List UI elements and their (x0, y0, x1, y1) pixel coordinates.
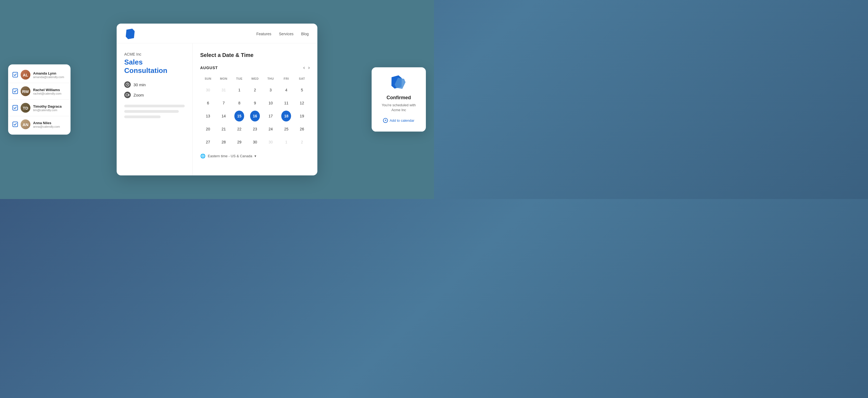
cal-day[interactable]: 30 (250, 137, 260, 147)
cal-day[interactable]: 9 (250, 98, 260, 108)
avatar-face-amanda: AL (21, 70, 30, 80)
cal-day[interactable]: 6 (203, 98, 213, 108)
avatar-amanda: AL (21, 70, 30, 80)
zoom-svg (126, 93, 129, 97)
event-duration-row: 30 min (124, 81, 185, 88)
cal-day[interactable]: 1 (235, 85, 244, 95)
cal-day[interactable]: 21 (219, 124, 229, 134)
booking-right: Select a Date & Time AUGUST ‹ › SUN MON … (193, 43, 317, 175)
cal-day[interactable]: 20 (203, 124, 213, 134)
cal-day[interactable]: 19 (297, 111, 307, 122)
skeleton-line-1 (124, 105, 185, 107)
month-name: AUGUST (200, 66, 218, 70)
cal-day[interactable]: 28 (219, 137, 229, 147)
cal-day[interactable]: 12 (297, 98, 307, 108)
user-email-timothy: tim@calendly.com (33, 108, 62, 111)
user-item-rachel[interactable]: RW Rachel Williams rachel@calendly.com (8, 83, 70, 100)
calendly-logo-icon (124, 28, 136, 40)
cal-day[interactable]: 8 (235, 98, 244, 108)
clock-icon (124, 81, 131, 88)
user-info-timothy: Timothy Dagraca tim@calendly.com (33, 104, 62, 111)
confirm-logo (391, 76, 407, 90)
weekday-tue: TUE (231, 76, 247, 81)
user-name-rachel: Rachel Williams (33, 88, 62, 92)
nav-blog[interactable]: Blog (301, 32, 309, 36)
cal-day[interactable]: 24 (266, 124, 276, 134)
next-month-button[interactable]: › (308, 65, 310, 70)
cal-day[interactable]: 26 (297, 124, 307, 134)
cal-day[interactable]: 3 (266, 85, 276, 95)
nav-features[interactable]: Features (256, 32, 271, 36)
prev-month-button[interactable]: ‹ (303, 65, 305, 70)
confirm-subtitle: You're scheduled with Acme Inc (377, 103, 421, 112)
cal-day[interactable]: 5 (297, 85, 307, 95)
cal-day[interactable]: 14 (219, 111, 229, 122)
clock-svg (126, 83, 129, 87)
cal-day[interactable]: 7 (219, 98, 229, 108)
confirmation-panel: Confirmed You're scheduled with Acme Inc… (372, 67, 426, 132)
calendar-section-title: Select a Date & Time (200, 52, 310, 58)
timezone-dropdown-icon: ▾ (254, 154, 256, 158)
cal-day[interactable]: 13 (203, 111, 213, 122)
user-item-anna[interactable]: AN Anna Niles anna@calendly.com (8, 116, 70, 133)
cal-day[interactable]: 31 (219, 85, 229, 95)
checkbox-anna[interactable] (12, 122, 18, 127)
cal-day[interactable]: 2 (297, 137, 307, 147)
skeleton-lines (124, 105, 185, 118)
scene: AL Amanda Lynn amanda@calendly.com RW Ra… (0, 0, 434, 199)
skeleton-line-2 (124, 110, 179, 113)
checkmark-icon (13, 90, 17, 93)
checkbox-rachel[interactable] (12, 89, 18, 94)
user-item-amanda[interactable]: AL Amanda Lynn amanda@calendly.com (8, 67, 70, 83)
user-info-amanda: Amanda Lynn amanda@calendly.com (33, 71, 64, 78)
cal-day[interactable]: 30 (203, 85, 213, 95)
weekday-thu: THU (263, 76, 279, 81)
event-title: Sales Consultation (124, 58, 185, 75)
user-item-timothy[interactable]: TD Timothy Dagraca tim@calendly.com (8, 100, 70, 116)
cal-day[interactable]: 4 (281, 85, 291, 95)
weekday-fri: FRI (279, 76, 294, 81)
nav-services[interactable]: Services (279, 32, 293, 36)
company-name: ACME Inc (124, 52, 185, 56)
calendar-grid: SUN MON TUE WED THU FRI SAT 30 31 1 2 (200, 76, 310, 148)
cal-day[interactable]: 22 (235, 124, 244, 134)
checkmark-icon (13, 106, 17, 109)
nav-arrows: ‹ › (303, 65, 310, 70)
add-to-calendar-button[interactable]: + Add to calendar (383, 118, 414, 123)
user-info-rachel: Rachel Williams rachel@calendly.com (33, 88, 62, 95)
add-calendar-label: Add to calendar (390, 119, 414, 123)
cal-day[interactable]: 2 (250, 85, 260, 95)
cal-day[interactable]: 29 (235, 137, 244, 147)
weekday-sat: SAT (294, 76, 310, 81)
calendar-weekdays: SUN MON TUE WED THU FRI SAT (200, 76, 310, 81)
avatar-anna: AN (21, 120, 30, 129)
cal-day[interactable]: 23 (250, 124, 260, 134)
avatar-face-rachel: RW (21, 87, 30, 96)
cal-day[interactable]: 11 (281, 98, 291, 108)
booking-nav: Features Services Blog (117, 24, 317, 43)
svg-rect-1 (126, 94, 128, 96)
booking-left: ACME Inc Sales Consultation 30 min (117, 43, 193, 175)
cal-day-16-selected[interactable]: 16 (250, 111, 260, 122)
brand-logo (125, 29, 135, 39)
cal-day[interactable]: 1 (281, 137, 291, 147)
timezone-row[interactable]: 🌐 Eastern time - US & Canada ▾ (200, 154, 310, 159)
cal-day-15-selected[interactable]: 15 (235, 111, 244, 122)
booking-panel: Features Services Blog ACME Inc Sales Co… (117, 24, 317, 175)
avatar-rachel: RW (21, 87, 30, 96)
cal-day[interactable]: 10 (266, 98, 276, 108)
cal-day-18-selected[interactable]: 18 (281, 111, 291, 122)
cal-day[interactable]: 17 (266, 111, 276, 122)
avatar-face-timothy: TD (21, 103, 30, 113)
calendar-days: 30 31 1 2 3 4 5 6 7 8 9 10 11 1 (200, 84, 310, 148)
calendar-month-nav: AUGUST ‹ › (200, 65, 310, 70)
checkbox-amanda[interactable] (12, 72, 18, 77)
cal-day[interactable]: 27 (203, 137, 213, 147)
user-name-timothy: Timothy Dagraca (33, 104, 62, 108)
checkbox-timothy[interactable] (12, 105, 18, 111)
cal-day[interactable]: 25 (281, 124, 291, 134)
cal-day[interactable]: 30 (266, 137, 276, 147)
checkmark-icon (13, 123, 17, 126)
nav-links: Features Services Blog (256, 32, 309, 36)
user-list-panel: AL Amanda Lynn amanda@calendly.com RW Ra… (8, 65, 70, 135)
